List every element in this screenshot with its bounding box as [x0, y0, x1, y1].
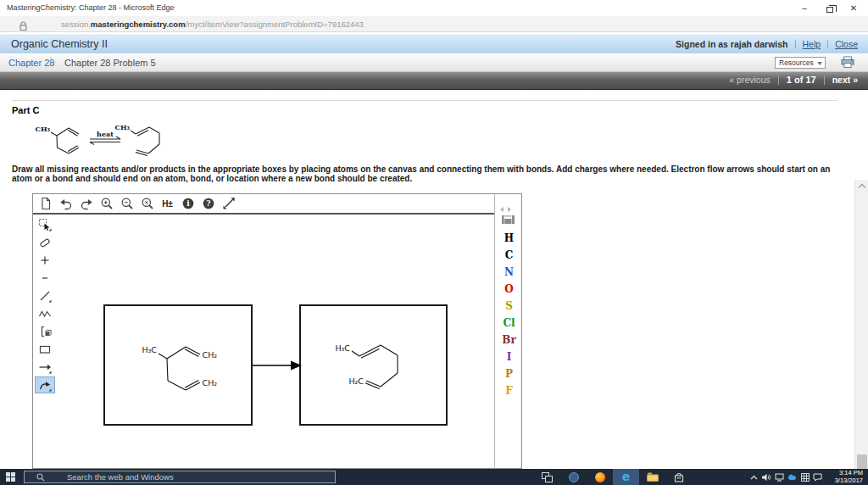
element-button-Cl[interactable]: Cl — [495, 315, 523, 332]
minus-icon — [38, 271, 52, 285]
element-button-N[interactable]: N — [495, 264, 523, 281]
single-bond-icon — [38, 289, 52, 303]
tray-chevron-up-icon[interactable] — [749, 472, 759, 482]
scrollbar-up-arrow[interactable] — [855, 180, 868, 192]
printer-icon — [841, 56, 854, 69]
divider — [12, 100, 837, 101]
browser-globe-button[interactable] — [560, 469, 587, 485]
element-button-I[interactable]: I — [495, 348, 523, 365]
instructions-text: Draw all missing reactants and/or produc… — [12, 164, 841, 183]
redo-button[interactable] — [78, 196, 94, 211]
element-button-Br[interactable]: Br — [495, 332, 523, 348]
breadcrumb-bar: Chapter 28 Chapter 28 Problem 5 Resource… — [0, 53, 868, 72]
network-icon[interactable] — [775, 472, 784, 482]
edge-button[interactable]: e — [613, 469, 639, 485]
reactant-vinyl-bottom-label: CH₂ — [203, 378, 218, 387]
rectangle-icon — [38, 343, 52, 356]
divider — [778, 75, 779, 85]
svg-text:i: i — [186, 199, 190, 208]
globe-icon — [569, 472, 579, 482]
plus-icon — [38, 254, 52, 267]
address-bar[interactable]: session.masteringchemistry.com/myct/item… — [0, 16, 868, 32]
onedrive-cloud-icon[interactable] — [787, 472, 797, 482]
zoom-reset-icon — [141, 197, 154, 210]
start-button[interactable] — [6, 472, 16, 482]
window-title: MasteringChemistry: Chapter 28 - Microso… — [7, 3, 175, 12]
action-center-icon[interactable] — [813, 472, 822, 482]
element-button-H[interactable]: H — [495, 230, 523, 247]
undo-button[interactable] — [58, 196, 74, 211]
charge-plus-tool[interactable] — [35, 252, 55, 269]
scheme-product-methyl-label: CH₃ — [115, 123, 131, 131]
url-text[interactable]: session.masteringchemistry.com/myct/item… — [61, 20, 364, 29]
help-button[interactable]: ? — [200, 196, 216, 211]
taskbar-clock[interactable]: 3:14 PM 3/13/2017 — [835, 470, 863, 484]
grid-icon[interactable] — [800, 472, 810, 482]
close-window-button[interactable]: ✕ — [844, 3, 863, 14]
charge-minus-tool[interactable] — [35, 270, 55, 287]
edge-icon: e — [622, 469, 631, 485]
fullscreen-button[interactable] — [220, 196, 236, 211]
new-document-icon — [39, 197, 53, 210]
previous-button[interactable]: « previous — [729, 75, 770, 85]
bond-tool[interactable] — [35, 287, 55, 304]
window-titlebar: MasteringChemistry: Chapter 28 - Microso… — [0, 0, 868, 16]
divider — [827, 40, 828, 48]
chem-drawing-widget: H± i ? H C N — [32, 193, 522, 469]
print-button[interactable] — [841, 56, 854, 72]
clock-date: 3/13/2017 — [835, 477, 863, 485]
store-button[interactable] — [665, 469, 692, 485]
help-link[interactable]: Help — [803, 39, 821, 49]
firefox-button[interactable] — [587, 469, 613, 485]
page-scrollbar[interactable] — [854, 180, 868, 485]
store-bag-icon — [674, 472, 684, 482]
svg-text:?: ? — [206, 199, 210, 208]
zoom-out-button[interactable] — [119, 196, 135, 211]
element-palette: H C N O S Cl Br I P F — [494, 194, 522, 470]
hydrogens-toggle-button[interactable]: H± — [159, 196, 175, 211]
folder-icon — [647, 472, 659, 482]
scheme-condition-label: heat — [97, 130, 114, 138]
drawing-canvas[interactable]: H₃C CH₂ CH₂ H₃C H₂C — [56, 216, 495, 470]
taskbar: Search the web and Windows e 3:14 PM 3/1… — [0, 469, 868, 485]
pager-position: 1 of 17 — [787, 75, 816, 85]
taskbar-search[interactable]: Search the web and Windows — [24, 471, 336, 483]
element-button-F[interactable]: F — [495, 382, 523, 399]
minimize-button[interactable]: – — [795, 3, 814, 14]
periodic-table-button[interactable] — [502, 213, 515, 228]
restore-button[interactable] — [821, 3, 839, 14]
rectangle-tool[interactable] — [35, 341, 55, 358]
bracket-tool[interactable] — [35, 323, 55, 340]
product-methyl-label: H₃C — [335, 343, 350, 353]
resources-dropdown[interactable]: Resources — [775, 57, 826, 69]
editor-toolbar: H± i ? — [33, 194, 494, 215]
element-button-P[interactable]: P — [495, 365, 523, 382]
element-button-O[interactable]: O — [495, 281, 523, 298]
lock-icon[interactable] — [19, 20, 28, 35]
chain-tool[interactable] — [35, 305, 55, 322]
file-explorer-button[interactable] — [639, 469, 665, 485]
resources-label: Resources — [779, 59, 814, 67]
element-button-C[interactable]: C — [495, 247, 523, 264]
task-view-button[interactable] — [534, 469, 560, 485]
scroll-right-icon[interactable] — [508, 207, 511, 212]
divider — [824, 75, 825, 85]
zoom-in-button[interactable] — [98, 196, 114, 211]
volume-icon[interactable] — [762, 472, 771, 482]
chevron-down-icon — [817, 62, 822, 65]
scroll-left-icon[interactable] — [500, 207, 504, 212]
electron-flow-arrow-tool[interactable] — [35, 376, 55, 393]
close-link[interactable]: Close — [835, 39, 858, 49]
zoom-reset-button[interactable] — [139, 196, 155, 211]
info-button[interactable]: i — [180, 196, 196, 211]
zoom-in-icon — [100, 197, 114, 210]
signed-in-text: Signed in as rajah darwish — [676, 39, 787, 49]
problem-nav-bar: « previous1 of 17next » — [0, 72, 868, 90]
select-tool[interactable] — [35, 216, 55, 233]
element-button-S[interactable]: S — [495, 298, 523, 315]
reaction-arrow-tool[interactable] — [35, 359, 55, 376]
url-prefix: session. — [61, 20, 91, 29]
new-document-button[interactable] — [37, 196, 53, 211]
next-button[interactable]: next » — [832, 75, 858, 85]
eraser-tool[interactable] — [35, 234, 55, 251]
